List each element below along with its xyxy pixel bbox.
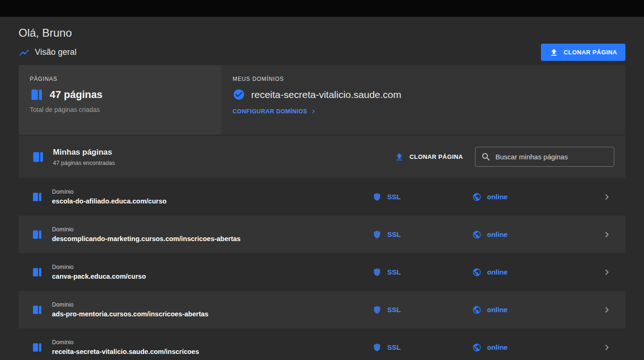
domain-url: canva-pack.educa.com/curso [52,273,372,280]
chevron-right-icon[interactable] [601,229,612,240]
search-input[interactable] [495,153,608,161]
ssl-column: SSL [372,305,472,314]
domain-label: Domínio [52,264,372,270]
ssl-badge: SSL [387,193,401,201]
globe-icon [472,230,481,239]
pages-icon [32,151,45,164]
shield-icon [372,192,382,202]
search-icon [481,152,491,162]
domain-url: receita-secreta-vitalicio.saude.com/insc… [52,348,372,355]
ssl-column: SSL [372,343,472,352]
shield-icon [372,230,382,239]
shield-icon [372,305,382,314]
chevron-right-icon[interactable] [601,342,612,353]
status-column: online [472,343,588,352]
ssl-badge: SSL [387,268,401,276]
page-row[interactable]: Domínio escola-do-afiliado.educa.com/cur… [19,178,625,216]
check-circle-icon [233,88,245,101]
my-pages-count: 47 páginas encontradas [53,160,115,166]
page-icon [32,304,43,315]
ssl-column: SSL [372,268,472,277]
pages-icon [30,88,44,102]
page-icon [32,267,43,278]
chevron-right-icon[interactable] [601,267,612,278]
domain-label: Domínio [52,301,372,308]
shield-icon [372,343,382,352]
ssl-badge: SSL [387,343,401,351]
my-pages-title: Minhas páginas [53,148,115,157]
chevron-right-icon[interactable] [601,304,612,315]
pages-stat-card: PÁGINAS 47 páginas Total de páginas cria… [19,65,221,135]
configure-domains-link[interactable]: CONFIGURAR DOMÍNIOS [233,108,614,115]
pages-card-subtitle: Total de páginas criadas [30,106,210,113]
nav-label: Visão geral [35,47,77,57]
ssl-badge: SSL [387,306,401,314]
domain-url: escola-do-afiliado.educa.com/curso [52,197,372,205]
ssl-badge: SSL [387,230,401,238]
clone-page-button-label: CLONAR PÁGINA [564,49,617,56]
upload-icon [549,48,559,57]
top-bar [0,0,644,17]
globe-icon [472,305,481,314]
page-row[interactable]: Domínio receita-secreta-vitalicio.saude.… [19,328,625,360]
domain-label: Domínio [52,226,372,233]
primary-domain: receita-secreta-vitalicio.saude.com [251,89,401,100]
globe-icon [472,268,481,277]
domains-card-label: MEUS DOMÍNIOS [233,76,614,82]
shield-icon [372,268,382,277]
clone-page-text-button[interactable]: CLONAR PÁGINA [394,152,463,162]
trend-chart-icon [19,47,30,58]
domains-card: MEUS DOMÍNIOS receita-secreta-vitalicio.… [221,65,625,135]
clone-page-text-button-label: CLONAR PÁGINA [410,153,463,160]
page-icon [32,191,43,203]
domain-url: ads-pro-mentoria.cursos.com/inscricoes-a… [52,310,372,318]
page-row[interactable]: Domínio descomplicando-marketing.cursos.… [19,216,625,253]
status-badge: online [487,343,507,351]
upload-icon [394,152,404,162]
status-badge: online [487,306,507,314]
status-column: online [472,305,588,314]
page-icon [32,229,43,240]
page-row[interactable]: Domínio canva-pack.educa.com/curso SSL o… [19,253,625,291]
ssl-column: SSL [372,192,472,202]
pages-count: 47 páginas [50,89,103,101]
domain-label: Domínio [52,189,372,195]
search-box [475,147,614,167]
globe-icon [472,192,481,202]
chevron-right-icon[interactable] [601,191,612,203]
greeting: Olá, Bruno [19,26,625,39]
pages-list: Domínio escola-do-afiliado.educa.com/cur… [19,178,625,360]
status-badge: online [487,230,507,238]
my-pages-header: Minhas páginas 47 páginas encontradas CL… [19,136,625,178]
my-pages-panel: Minhas páginas 47 páginas encontradas CL… [19,136,625,360]
dashboard-page: Olá, Bruno Visão geral CLONAR PÁGINA PÁG… [0,26,644,360]
clone-page-button[interactable]: CLONAR PÁGINA [541,44,625,61]
summary-cards: PÁGINAS 47 páginas Total de páginas cria… [19,65,625,135]
page-icon [32,342,43,353]
globe-icon [472,343,481,352]
status-column: online [472,192,588,202]
ssl-column: SSL [372,230,472,239]
page-row[interactable]: Domínio ads-pro-mentoria.cursos.com/insc… [19,291,625,328]
status-badge: online [487,193,507,201]
chevron-right-icon [310,108,317,115]
status-column: online [472,268,588,277]
domain-label: Domínio [52,339,372,346]
status-badge: online [487,268,507,276]
domain-url: descomplicando-marketing.cursos.com/insc… [52,235,372,242]
configure-domains-label: CONFIGURAR DOMÍNIOS [233,108,307,115]
nav-item-visao-geral[interactable]: Visão geral [19,47,77,58]
nav-row: Visão geral CLONAR PÁGINA [19,44,625,61]
status-column: online [472,230,588,239]
pages-card-label: PÁGINAS [30,76,210,82]
